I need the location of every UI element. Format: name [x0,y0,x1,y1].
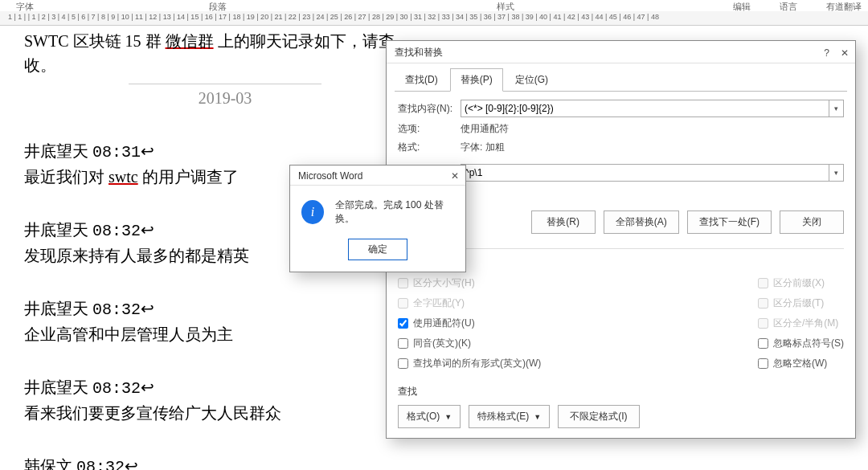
ok-button[interactable]: 确定 [348,239,407,260]
format-menu-button[interactable]: 格式(O)▼ [398,405,461,428]
msgbox-title: Microsoft Word [298,170,362,182]
format-value: 字体: 加粗 [461,141,844,154]
info-icon: i [301,200,324,224]
replace-history-dropdown[interactable]: ▾ [829,164,844,182]
doc-date-line: 2019-03 [129,84,321,110]
close-icon[interactable]: ✕ [451,170,459,182]
message-box: Microsoft Word ✕ i 全部完成。完成 100 处替换。 确定 [289,165,466,272]
sounds-like-checkbox[interactable]: 同音(英文)(K) [398,337,541,350]
wildcards-checkbox[interactable]: 使用通配符(U) [398,317,541,330]
ribbon-section-labels: 字体 段落 样式 编辑 语言 有道翻译 [0,0,868,11]
replace-all-button[interactable]: 全部替换(A) [604,210,679,234]
find-section-label: 查找 [398,385,844,398]
find-history-dropdown[interactable]: ▾ [829,100,844,117]
msgbox-text: 全部完成。完成 100 处替换。 [335,198,454,226]
options-label: 选项: [398,122,461,136]
word-forms-checkbox[interactable]: 查找单词的所有形式(英文)(W) [398,357,541,370]
whole-word-checkbox: 全字匹配(Y) [398,296,541,310]
find-input[interactable] [461,100,829,117]
close-icon[interactable]: ✕ [841,47,849,59]
find-next-button[interactable]: 查找下一处(F) [687,210,772,234]
dialog-title: 查找和替换 [395,46,443,59]
replace-input[interactable] [461,164,829,182]
help-icon[interactable]: ? [824,47,829,59]
find-label: 查找内容(N): [398,102,461,116]
match-case-checkbox: 区分大小写(H) [398,276,541,290]
no-format-button[interactable]: 不限定格式(I) [558,405,639,428]
ignore-space-checkbox[interactable]: 忽略空格(W) [758,357,844,370]
close-button[interactable]: 关闭 [780,210,844,234]
horizontal-ruler[interactable]: 1 | 1 | | 1 | 2 | 3 | 4 | 5 | 6 | 7 | 8 … [0,11,868,26]
tab-replace[interactable]: 替换(P) [450,68,503,92]
suffix-checkbox: 区分后缀(T) [758,296,844,310]
replace-button[interactable]: 替换(R) [531,210,596,234]
special-menu-button[interactable]: 特殊格式(E)▼ [469,405,550,428]
tab-goto[interactable]: 定位(G) [505,68,559,92]
options-value: 使用通配符 [461,122,844,136]
ignore-punct-checkbox[interactable]: 忽略标点符号(S) [758,337,844,350]
tab-find[interactable]: 查找(D) [395,68,448,92]
format-label: 格式: [398,141,461,154]
doc-line: SWTC 区块链 15 群 微信群 上的聊天记录如下，请查收。 [24,29,426,77]
fullhalf-checkbox: 区分全/半角(M) [758,317,844,330]
prefix-checkbox: 区分前缀(X) [758,276,844,290]
